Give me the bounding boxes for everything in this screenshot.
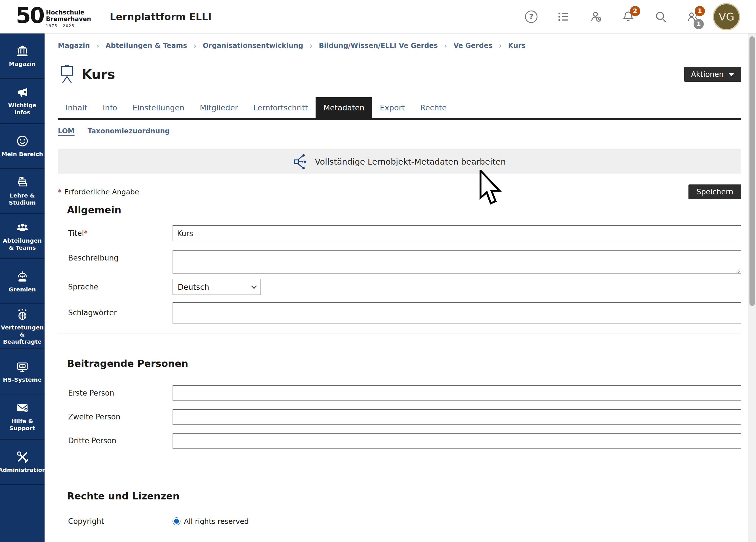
edit-full-metadata-link[interactable]: Vollständige Lernobjekt-Metadaten bearbe… bbox=[58, 149, 741, 174]
breadcrumb-separator: › bbox=[499, 41, 502, 51]
form-row-erste-person: Erste Person bbox=[58, 385, 741, 401]
breadcrumb-item-kurs[interactable]: Kurs bbox=[508, 42, 526, 50]
tab-mitglieder[interactable]: Mitglieder bbox=[192, 97, 246, 118]
books-icon bbox=[16, 176, 29, 189]
sprache-label: Sprache bbox=[58, 283, 173, 291]
subtab-taxonomiezuordnung[interactable]: Taxonomiezuordnung bbox=[88, 127, 170, 135]
section-divider bbox=[58, 333, 741, 333]
schlagwoerter-input[interactable] bbox=[173, 302, 741, 323]
megaphone-icon bbox=[16, 85, 29, 99]
contacts-badge-bottom: 1 bbox=[694, 19, 704, 29]
sidebar-item-mein-bereich[interactable]: Mein Bereich bbox=[0, 124, 45, 169]
sidebar-item-hs-systeme[interactable]: HS-Systeme bbox=[0, 349, 45, 394]
copyright-option-label: All rights reserved bbox=[184, 517, 249, 526]
breadcrumb-separator: › bbox=[444, 41, 447, 51]
mail-question-icon: ? bbox=[16, 401, 29, 415]
app-title: Lernplattform ELLI bbox=[110, 11, 212, 22]
breadcrumb-item-ve-gerdes[interactable]: Ve Gerdes bbox=[453, 42, 492, 50]
schlagwoerter-label: Schlagwörter bbox=[58, 308, 173, 317]
logo-years: 1975 - 2025 bbox=[46, 24, 91, 28]
sidebar-item-lehre-studium[interactable]: Lehre & Studium bbox=[0, 169, 45, 214]
subtab-lom[interactable]: LOM bbox=[58, 127, 75, 135]
form-row-beschreibung: Beschreibung bbox=[58, 250, 741, 275]
titel-input[interactable] bbox=[173, 225, 741, 241]
tab-einstellungen[interactable]: Einstellungen bbox=[125, 97, 192, 118]
section-heading-allgemein: Allgemein bbox=[67, 204, 741, 216]
breadcrumb-item-magazin[interactable]: Magazin bbox=[58, 42, 90, 50]
magnifier-icon bbox=[654, 10, 667, 24]
breadcrumb-item-bildung-wissen[interactable]: Bildung/Wissen/ELLI Ve Gerdes bbox=[319, 42, 438, 50]
tab-info[interactable]: Info bbox=[95, 97, 125, 118]
sidebar-item-abteilungen-teams[interactable]: Abteilungen & Teams bbox=[0, 214, 45, 259]
tab-export[interactable]: Export bbox=[372, 97, 412, 118]
breadcrumb-separator: › bbox=[193, 41, 196, 51]
contacts-badge-top: 1 bbox=[695, 6, 705, 16]
globe-people-icon bbox=[16, 308, 29, 321]
top-header: 50 Hochschule Bremerhaven 1975 - 2025 Le… bbox=[0, 0, 756, 33]
beschreibung-label: Beschreibung bbox=[58, 254, 173, 262]
breadcrumb-separator: › bbox=[309, 41, 312, 51]
logo-line1: Hochschule bbox=[46, 9, 91, 16]
chevron-down-icon bbox=[251, 283, 257, 289]
erste-person-label: Erste Person bbox=[58, 389, 173, 397]
sidebar-item-hilfe-support[interactable]: ? Hilfe & Support bbox=[0, 394, 45, 440]
dritte-person-input[interactable] bbox=[173, 433, 741, 449]
help-icon[interactable]: ? bbox=[524, 10, 538, 24]
beschreibung-textarea[interactable] bbox=[173, 250, 741, 274]
tab-metadaten[interactable]: Metadaten bbox=[316, 97, 372, 118]
copyright-all-rights-radio[interactable] bbox=[173, 517, 180, 525]
tab-inhalt[interactable]: Inhalt bbox=[58, 97, 95, 118]
titel-label: Titel* bbox=[58, 229, 173, 238]
sidebar-item-wichtige-infos[interactable]: Wichtige Infos bbox=[0, 79, 45, 124]
dritte-person-label: Dritte Person bbox=[58, 436, 173, 445]
user-session-clock-icon[interactable] bbox=[589, 10, 603, 24]
search-icon[interactable] bbox=[654, 10, 667, 24]
zweite-person-input[interactable] bbox=[173, 409, 741, 425]
breadcrumb-item-abteilungen[interactable]: Abteilungen & Teams bbox=[106, 42, 187, 50]
logo-line2: Bremerhaven bbox=[46, 16, 91, 22]
form-row-zweite-person: Zweite Person bbox=[58, 409, 741, 425]
erste-person-input[interactable] bbox=[173, 385, 741, 401]
contacts-icon[interactable]: 1 1 bbox=[686, 10, 700, 24]
user-avatar[interactable]: VG bbox=[713, 3, 740, 30]
university-logo: 50 Hochschule Bremerhaven 1975 - 2025 bbox=[16, 5, 91, 28]
copyright-label: Copyright bbox=[58, 517, 173, 526]
logo-50-text: 50 bbox=[16, 5, 44, 26]
form-header-row: *Erforderliche Angabe Speichern bbox=[58, 184, 741, 199]
notification-badge: 2 bbox=[630, 6, 640, 16]
required-asterisk: * bbox=[58, 188, 62, 196]
section-divider bbox=[58, 466, 741, 466]
bank-icon bbox=[16, 44, 29, 58]
edit-full-metadata-label: Vollständige Lernobjekt-Metadaten bearbe… bbox=[315, 157, 506, 167]
sub-tab-bar: LOM Taxonomiezuordnung bbox=[58, 127, 741, 135]
form-row-dritte-person: Dritte Person bbox=[58, 433, 741, 449]
main-area: Magazin › Abteilungen & Teams › Organisa… bbox=[45, 33, 756, 542]
breadcrumb-item-organisationsentwicklung[interactable]: Organisationsentwicklung bbox=[203, 42, 303, 50]
course-flipchart-icon bbox=[58, 64, 76, 84]
main-menu-list-icon[interactable] bbox=[557, 10, 570, 24]
sidebar-filler bbox=[0, 485, 45, 542]
sprache-select[interactable]: Deutsch bbox=[173, 279, 261, 295]
actions-button[interactable]: Aktionen bbox=[684, 67, 741, 82]
sidebar-item-administration[interactable]: Administration bbox=[0, 440, 45, 485]
user-clock-icon bbox=[589, 10, 603, 24]
required-hint: *Erforderliche Angabe bbox=[58, 188, 139, 196]
sidebar-item-vertretungen-beauftragte[interactable]: Vertretungen & Beauftragte bbox=[0, 304, 45, 349]
sidebar-item-gremien[interactable]: Gremien bbox=[0, 259, 45, 304]
tab-rechte[interactable]: Rechte bbox=[413, 97, 454, 118]
vertical-scrollbar-track[interactable] bbox=[748, 33, 756, 542]
smiley-icon bbox=[16, 134, 29, 148]
sprache-selected-value: Deutsch bbox=[178, 283, 209, 291]
tab-lernfortschritt[interactable]: Lernfortschritt bbox=[246, 97, 316, 118]
vertical-scrollbar-thumb[interactable] bbox=[749, 36, 755, 306]
section-heading-beitragende: Beitragende Personen bbox=[67, 358, 741, 369]
form-row-titel: Titel* bbox=[58, 225, 741, 241]
page-title: Kurs bbox=[82, 67, 115, 82]
caret-down-icon bbox=[728, 73, 734, 76]
svg-text:?: ? bbox=[25, 409, 27, 413]
save-button[interactable]: Speichern bbox=[688, 184, 741, 199]
people-group-icon bbox=[16, 221, 29, 234]
notifications-bell-icon[interactable]: 2 bbox=[621, 10, 635, 24]
monitor-password-icon bbox=[16, 360, 29, 373]
sidebar-item-magazin[interactable]: Magazin bbox=[0, 33, 45, 79]
